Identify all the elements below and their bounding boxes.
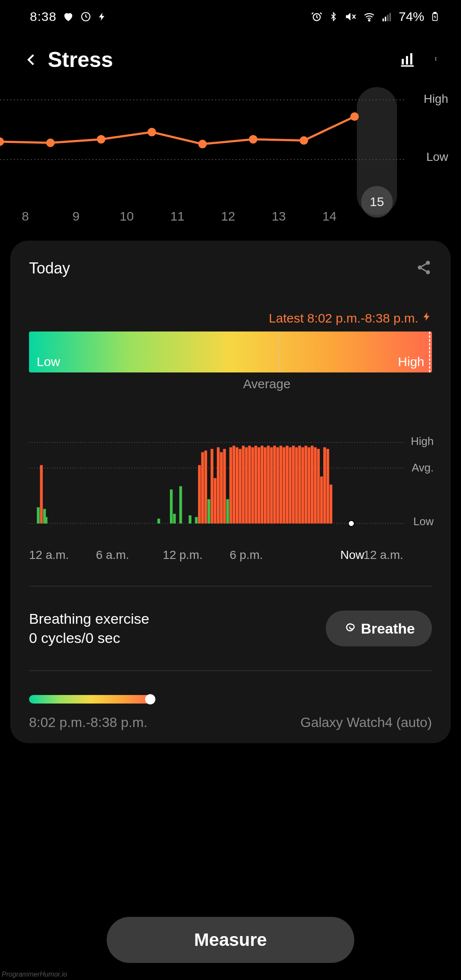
average-marker	[279, 332, 280, 372]
alarm-icon	[311, 11, 323, 23]
svg-rect-8	[434, 12, 436, 14]
week-day-label[interactable]: 14	[304, 209, 355, 224]
svg-rect-36	[158, 519, 160, 523]
wifi-icon	[363, 11, 376, 22]
svg-rect-84	[330, 485, 333, 523]
timer-icon	[80, 11, 91, 22]
mini-gradient-icon	[29, 695, 153, 704]
mute-vibrate-icon	[344, 11, 357, 23]
svg-point-15	[435, 60, 436, 61]
stress-gradient-scale: Low High	[29, 332, 432, 372]
svg-rect-6	[389, 13, 391, 21]
today-x-label: 6 a.m.	[96, 548, 163, 562]
svg-point-13	[435, 57, 436, 58]
svg-rect-37	[170, 489, 173, 523]
breathing-title: Breathing exercise	[29, 611, 149, 627]
breathing-value: 0 cycles/0 sec	[29, 630, 149, 646]
week-x-axis: 89101112131415	[0, 209, 406, 224]
svg-point-28	[426, 270, 430, 274]
today-hourly-chart[interactable]: High Avg. Low 12 a.m.6 a.m.12 p.m.6 p.m.…	[29, 438, 432, 562]
today-card: Today Latest 8:02 p.m.-8:38 p.m. Low Hig…	[10, 241, 451, 743]
more-icon[interactable]	[434, 50, 438, 69]
svg-point-19	[46, 139, 55, 147]
svg-rect-58	[248, 446, 251, 523]
svg-point-21	[148, 128, 156, 137]
chart-view-icon[interactable]	[400, 50, 417, 69]
page-title: Stress	[48, 47, 400, 72]
week-day-label[interactable]: 12	[203, 209, 254, 224]
svg-rect-57	[245, 447, 248, 523]
svg-rect-46	[210, 449, 213, 523]
svg-point-22	[198, 140, 207, 148]
week-day-label[interactable]: 13	[254, 209, 304, 224]
svg-rect-45	[207, 499, 210, 523]
svg-point-14	[435, 58, 436, 59]
last-measure-device: Galaxy Watch4 (auto)	[301, 715, 432, 730]
svg-rect-49	[220, 452, 223, 523]
svg-point-20	[97, 135, 105, 143]
svg-rect-77	[308, 447, 311, 523]
svg-rect-43	[201, 452, 204, 523]
svg-rect-59	[251, 447, 254, 523]
svg-point-25	[350, 112, 359, 121]
svg-rect-80	[317, 449, 320, 523]
svg-point-18	[0, 137, 4, 146]
mini-dot-icon	[145, 694, 155, 704]
svg-rect-47	[214, 478, 217, 523]
svg-rect-51	[226, 499, 229, 523]
now-label: Now	[340, 548, 364, 562]
svg-rect-81	[320, 477, 323, 523]
svg-rect-39	[179, 486, 182, 523]
svg-rect-48	[217, 447, 220, 523]
svg-rect-40	[189, 515, 192, 523]
gradient-low-label: Low	[37, 355, 60, 369]
back-button[interactable]	[19, 47, 44, 73]
weekly-stress-chart[interactable]: High Low 89101112131415 15	[0, 91, 461, 224]
svg-point-27	[418, 265, 422, 270]
status-bar: 8:38 74%	[0, 0, 461, 28]
svg-rect-79	[314, 447, 317, 523]
svg-rect-61	[257, 447, 260, 523]
svg-rect-12	[401, 65, 414, 67]
svg-rect-9	[402, 59, 404, 64]
today-title: Today	[29, 259, 70, 277]
svg-rect-73	[295, 447, 298, 523]
svg-rect-62	[261, 446, 264, 523]
svg-rect-66	[273, 446, 276, 523]
measure-button[interactable]: Measure	[107, 917, 354, 963]
svg-rect-76	[304, 446, 307, 523]
svg-rect-5	[387, 15, 388, 21]
selected-day-circle[interactable]: 15	[361, 186, 393, 218]
divider	[29, 670, 432, 671]
svg-rect-41	[195, 517, 198, 523]
week-y-low: Low	[426, 150, 448, 164]
app-bar: Stress	[0, 28, 461, 81]
svg-rect-3	[382, 18, 384, 21]
today-y-high: High	[411, 435, 434, 448]
svg-rect-35	[45, 517, 48, 523]
svg-rect-67	[276, 447, 279, 523]
week-day-label[interactable]: 9	[51, 209, 102, 224]
today-x-label: 12 a.m.	[29, 548, 96, 562]
spiral-icon	[343, 620, 356, 637]
week-day-label[interactable]: 11	[152, 209, 203, 224]
svg-rect-33	[40, 465, 43, 523]
today-x-label: 6 p.m.	[230, 548, 297, 562]
svg-point-24	[300, 136, 308, 145]
today-x-label: 12 a.m.	[363, 548, 430, 562]
average-caption: Average	[29, 377, 432, 391]
week-y-high: High	[423, 92, 448, 106]
svg-rect-44	[204, 451, 207, 523]
share-icon[interactable]	[416, 259, 432, 277]
week-day-label[interactable]: 8	[0, 209, 51, 224]
today-y-avg: Avg.	[411, 461, 434, 474]
svg-rect-72	[292, 446, 295, 523]
breathe-button[interactable]: Breathe	[326, 611, 432, 646]
svg-rect-69	[283, 447, 286, 523]
last-measure-row[interactable]: 8:02 p.m.-8:38 p.m. Galaxy Watch4 (auto)	[29, 695, 432, 730]
latest-label: Latest 8:02 p.m.-8:38 p.m.	[269, 311, 418, 326]
bolt-orange-icon	[422, 311, 432, 326]
svg-rect-55	[239, 449, 242, 523]
svg-rect-53	[233, 446, 236, 523]
week-day-label[interactable]: 10	[102, 209, 152, 224]
